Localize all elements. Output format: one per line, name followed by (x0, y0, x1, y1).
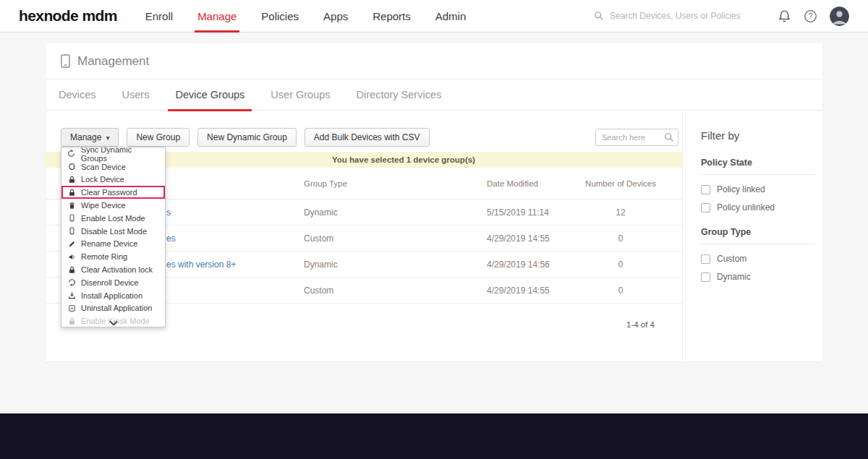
checkbox-dynamic[interactable] (701, 273, 710, 282)
menu-item[interactable]: Disable Lost Mode (61, 225, 165, 238)
avatar[interactable] (830, 7, 849, 26)
filter-option-policy-unlinked[interactable]: Policy unlinked (701, 202, 815, 213)
panel-content: Manage ▾ New Group New Dynamic Group Add… (46, 111, 822, 361)
nav-item-label: Policies (261, 10, 299, 22)
navbar-right: ? (594, 7, 849, 26)
checkbox-custom[interactable] (701, 254, 710, 264)
tab-label: Device Groups (175, 89, 244, 100)
menu-item[interactable]: Enable Lost Mode (61, 212, 165, 225)
nav-item[interactable]: Apps (311, 0, 360, 33)
menu-item-label: Install Application (81, 291, 142, 300)
number-of-devices-header: Number of Devices (574, 179, 668, 188)
install-icon (67, 291, 76, 299)
filter-option-custom[interactable]: Custom (701, 254, 815, 264)
menu-item-label: Wipe Device (81, 201, 126, 210)
nav-item-label: Apps (323, 10, 348, 22)
menu-item[interactable]: Sync Dynamic Groups (61, 147, 165, 160)
menu-item[interactable]: Wipe Device (61, 199, 165, 212)
manage-dropdown-menu: Sync Dynamic Groups Scan Device Lock Dev… (61, 147, 166, 327)
management-panel: Management Devices Users Device Groups U… (46, 43, 822, 361)
tab[interactable]: Devices (46, 80, 109, 111)
nav-item[interactable]: Enroll (133, 0, 185, 33)
menu-item-label: Disable Lost Mode (81, 227, 147, 236)
phone-icon (67, 227, 76, 235)
menu-item[interactable]: Clear Password (61, 186, 165, 199)
filter-sidebar: Filter by Policy State Policy linked Pol… (682, 111, 822, 361)
menu-item-label: Scan Device (81, 163, 126, 171)
checkbox-policy-linked[interactable] (701, 185, 710, 194)
pencil-icon (67, 240, 76, 248)
tab-label: Users (122, 89, 150, 100)
help-icon[interactable]: ? (804, 9, 817, 23)
uninstall-icon (67, 304, 76, 312)
menu-list: Sync Dynamic Groups Scan Device Lock Dev… (61, 147, 165, 327)
page-title: Management (77, 54, 149, 69)
menu-item-label: Uninstall Application (81, 304, 152, 312)
date-modified-cell: 4/29/2019 14:56 (487, 259, 574, 270)
menu-item[interactable]: Install Application (61, 289, 165, 302)
global-search-input[interactable] (610, 11, 765, 21)
tab[interactable]: User Groups (258, 80, 343, 111)
filter-option-dynamic[interactable]: Dynamic (701, 272, 815, 282)
scan-icon (67, 163, 76, 171)
hexnode-logo[interactable]: hexnode mdm (19, 7, 117, 25)
table-area: Manage ▾ New Group New Dynamic Group Add… (46, 111, 682, 361)
mobile-device-icon (61, 54, 70, 68)
page-background: Management Devices Users Device Groups U… (0, 33, 868, 413)
filter-option-policy-linked[interactable]: Policy linked (701, 184, 815, 194)
group-type-header: Group Type (304, 179, 487, 188)
search-icon (594, 11, 604, 21)
disenroll-icon (67, 278, 76, 286)
checkbox-policy-unlinked[interactable] (701, 203, 710, 213)
manage-dropdown-button[interactable]: Manage ▾ (61, 128, 119, 147)
nav-item-label: Manage (197, 10, 237, 22)
menu-item-label: Clear Password (81, 188, 137, 197)
tab-label: Devices (59, 89, 96, 100)
menu-item[interactable]: Rename Device (61, 238, 165, 251)
menu-item-label: Sync Dynamic Groups (81, 147, 159, 163)
device-count-cell: 0 (574, 259, 668, 270)
group-type-cell: Custom (304, 286, 487, 296)
menu-item[interactable]: Remote Ring (61, 250, 165, 263)
nav-item[interactable]: Admin (423, 0, 479, 33)
nav-item-label: Reports (373, 10, 411, 22)
filter-group-group-type: Group Type Custom Dynamic (701, 227, 815, 282)
date-modified-cell: 4/29/2019 14:55 (487, 233, 574, 244)
menu-item-label: Clear Activation lock (81, 265, 153, 274)
bell-icon[interactable] (778, 9, 791, 23)
group-type-cell: Dynamic (304, 259, 487, 270)
chevron-down-icon[interactable] (109, 320, 118, 326)
sync-icon (67, 150, 76, 158)
new-group-button[interactable]: New Group (127, 128, 190, 147)
new-dynamic-group-button[interactable]: New Dynamic Group (197, 128, 297, 147)
top-navbar: hexnode mdm Enroll Manage Policies Apps … (0, 0, 868, 33)
policy-state-heading: Policy State (701, 158, 815, 175)
nav-item[interactable]: Reports (360, 0, 423, 33)
filter-option-label: Policy linked (717, 184, 765, 194)
menu-item-label: Rename Device (81, 239, 137, 248)
filter-option-label: Custom (717, 254, 746, 264)
tab[interactable]: Device Groups (162, 80, 258, 111)
menu-item[interactable]: Uninstall Application (61, 302, 165, 315)
footer (0, 413, 868, 459)
menu-item[interactable]: Lock Device (61, 173, 165, 186)
menu-item[interactable]: Disenroll Device (61, 276, 165, 289)
group-type-cell: Dynamic (304, 207, 487, 218)
device-count-cell: 12 (574, 207, 668, 218)
caret-down-icon: ▾ (106, 134, 109, 142)
nav-item[interactable]: Policies (249, 0, 311, 33)
date-modified-header: Date Modified (487, 179, 574, 188)
filter-option-label: Policy unlinked (717, 202, 775, 213)
nav-item[interactable]: Manage (185, 0, 249, 33)
lock-icon (67, 317, 76, 325)
add-bulk-devices-csv-button[interactable]: Add Bulk Devices with CSV (305, 128, 430, 147)
date-modified-cell: 4/29/2019 14:55 (487, 286, 574, 296)
svg-text:?: ? (809, 12, 813, 20)
menu-item[interactable]: Clear Activation lock (61, 263, 165, 276)
tab[interactable]: Users (109, 80, 163, 111)
device-count-cell: 0 (574, 286, 668, 296)
search-icon[interactable] (664, 132, 674, 145)
filter-option-label: Dynamic (717, 272, 751, 282)
lock-icon (67, 266, 76, 274)
tab[interactable]: Directory Services (344, 80, 455, 111)
